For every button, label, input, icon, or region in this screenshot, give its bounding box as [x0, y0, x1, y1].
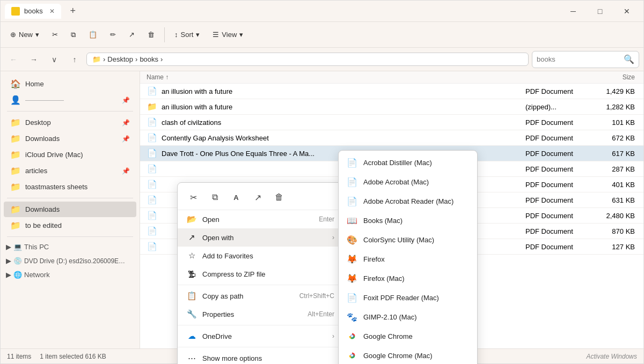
ctx-add-favorites[interactable]: ☆ Add to Favorites: [178, 247, 343, 265]
ctx-copy-button[interactable]: ⧉: [206, 188, 224, 206]
pdf-icon: 📄: [147, 148, 157, 159]
pdf-icon: 📄: [147, 226, 157, 236]
copy-icon: ⧉: [71, 31, 76, 39]
breadcrumb[interactable]: 📁 › Desktop › books ›: [86, 53, 529, 66]
sort-button[interactable]: ↕ Sort ▾: [169, 27, 205, 42]
tab-close-button[interactable]: ✕: [49, 8, 55, 15]
ctx-cut-button[interactable]: ✂: [184, 188, 202, 206]
submenu-item-colorsync[interactable]: 🎨 ColorSync Utility (Mac): [339, 230, 477, 249]
submenu-item-acrobat-distiller[interactable]: 📄 Acrobat Distiller (Mac): [339, 153, 477, 172]
pin-icon-0: 📌: [122, 96, 130, 104]
search-icon[interactable]: 🔍: [624, 54, 634, 64]
ctx-open-with-arrow: ›: [332, 234, 334, 241]
gimp-icon: 🐾: [346, 311, 358, 323]
bc-books[interactable]: books: [140, 55, 158, 63]
sidebar-item-home[interactable]: 🏠 Home: [4, 76, 136, 92]
paste-button[interactable]: 📋: [83, 27, 103, 42]
ctx-open-with[interactable]: ↗ Open with ›: [178, 228, 343, 247]
ctx-copy-path[interactable]: 📋 Copy as path Ctrl+Shift+C: [178, 287, 343, 305]
back-button[interactable]: ←: [5, 51, 22, 68]
submenu-item-gimp[interactable]: 🐾 GIMP-2.10 (Mac): [339, 307, 477, 326]
submenu-adobe-reader-label: Adobe Acrobat Reader (Mac): [363, 197, 453, 205]
maximize-button[interactable]: □: [588, 3, 612, 20]
search-input[interactable]: [537, 55, 620, 63]
delete-button[interactable]: 🗑: [142, 27, 160, 42]
sidebar-item-downloads[interactable]: 📁 Downloads 📌: [4, 131, 136, 146]
pdf-icon: 📄: [147, 179, 157, 190]
ctx-rename-button[interactable]: A: [227, 188, 245, 206]
sidebar-item-icloud[interactable]: 📁 iCloud Drive (Mac): [4, 147, 136, 162]
sidebar-item-dvd[interactable]: ▶ 💿 DVD Drive (D:) esd2iso.206009E7-7799…: [2, 254, 138, 268]
submenu-item-chrome-mac[interactable]: Google Chrome (Mac): [339, 346, 477, 364]
file-name: an illusion with a future: [162, 87, 232, 95]
copy-button[interactable]: ⧉: [65, 27, 81, 42]
rename-button[interactable]: ✏: [105, 27, 121, 42]
ctx-delete-button[interactable]: 🗑: [270, 188, 288, 206]
compress-icon: 🗜: [186, 269, 197, 279]
sidebar-sep-1: [7, 111, 133, 112]
submenu-item-firefox[interactable]: 🦊 Firefox: [339, 249, 477, 269]
close-button[interactable]: ✕: [614, 3, 639, 20]
col-header-name[interactable]: Name ↑: [140, 73, 525, 81]
pdf-icon: 📄: [147, 164, 157, 174]
firefox-icon: 🦊: [346, 253, 358, 265]
copy-path-icon: 📋: [186, 291, 197, 301]
sidebar-desktop-label: Desktop: [25, 118, 51, 127]
submenu-item-foxit[interactable]: 📄 Foxit PDF Reader (Mac): [339, 288, 477, 307]
new-tab-button[interactable]: +: [65, 4, 80, 19]
ctx-open[interactable]: 📂 Open Enter: [178, 210, 343, 228]
ctx-show-more[interactable]: ⋯ Show more options: [178, 349, 343, 364]
share-button[interactable]: ↗: [123, 27, 140, 42]
ctx-properties[interactable]: 🔧 Properties Alt+Enter: [178, 305, 343, 323]
file-type: PDF Document: [525, 165, 590, 173]
submenu-item-books[interactable]: 📖 Books (Mac): [339, 211, 477, 230]
bc-desktop[interactable]: Desktop: [107, 55, 133, 63]
forward-button[interactable]: →: [25, 51, 42, 68]
file-row[interactable]: 📁an illusion with a future (zipped)... 1…: [140, 99, 643, 115]
ctx-compress-label: Compress to ZIP file: [202, 270, 266, 278]
view-label: View: [222, 31, 237, 39]
col-header-size[interactable]: Size: [590, 73, 643, 81]
sidebar-item-desktop[interactable]: 📁 Desktop 📌: [4, 115, 136, 130]
submenu-item-firefox-mac[interactable]: 🦊 Firefox (Mac): [339, 269, 477, 288]
chrome-mac-icon: [346, 350, 358, 361]
new-button[interactable]: ⊕ New ▾: [5, 27, 45, 42]
ctx-compress[interactable]: 🗜 Compress to ZIP file: [178, 265, 343, 283]
file-row[interactable]: 📄Contently Gap Analysis Worksheet PDF Do…: [140, 130, 643, 146]
recent-button[interactable]: ∨: [46, 51, 63, 68]
ctx-properties-shortcut: Alt+Enter: [308, 310, 334, 318]
search-box[interactable]: 🔍: [532, 51, 639, 68]
dvd-icon: 💿: [13, 257, 22, 265]
delete-icon: 🗑: [148, 31, 155, 39]
file-size: 617 KB: [590, 150, 643, 158]
foxit-icon: 📄: [346, 292, 358, 303]
sidebar-item-downloads-active[interactable]: 📁 Downloads: [4, 202, 136, 217]
sidebar-item-network[interactable]: ▶ 🌐 Network: [2, 268, 138, 281]
ctx-share-button[interactable]: ↗: [248, 188, 267, 206]
view-button[interactable]: ☰ View ▾: [207, 27, 248, 42]
addressbar: ← → ∨ ↑ 📁 › Desktop › books › 🔍: [1, 48, 643, 71]
file-row[interactable]: 📄an illusion with a future PDF Document …: [140, 84, 643, 99]
submenu-item-adobe-acrobat[interactable]: 📄 Adobe Acrobat (Mac): [339, 172, 477, 191]
window-controls: ─ □ ✕: [561, 3, 639, 20]
submenu-item-adobe-reader[interactable]: 📄 Adobe Acrobat Reader (Mac): [339, 191, 477, 211]
sidebar-home-label: Home: [25, 80, 44, 88]
tab-books[interactable]: books ✕: [5, 4, 61, 19]
cut-icon: ✂: [52, 31, 58, 39]
submenu-item-chrome[interactable]: Google Chrome: [339, 326, 477, 346]
minimize-button[interactable]: ─: [561, 3, 586, 20]
ctx-onedrive-label: OneDrive: [202, 332, 232, 340]
file-row[interactable]: 📄clash of civilzations PDF Document 101 …: [140, 115, 643, 130]
sidebar-item-articles[interactable]: 📁 articles 📌: [4, 163, 136, 179]
sidebar-item-user[interactable]: 👤 —————— 📌: [4, 92, 136, 108]
ctx-properties-label: Properties: [202, 310, 234, 318]
sidebar-item-this-pc[interactable]: ▶ 💻 This PC: [2, 240, 138, 254]
sidebar-item-to-be-edited[interactable]: 📁 to be edited: [4, 218, 136, 233]
ctx-onedrive[interactable]: ☁ OneDrive ›: [178, 327, 343, 345]
up-button[interactable]: ↑: [66, 51, 83, 68]
sidebar-item-toastmasters[interactable]: 📁 toastmasters sheets: [4, 179, 136, 195]
sidebar-to-be-edited-label: to be edited: [25, 221, 62, 229]
file-size: 1,282 KB: [590, 103, 643, 111]
cut-button[interactable]: ✂: [47, 27, 63, 42]
submenu-foxit-label: Foxit PDF Reader (Mac): [363, 294, 439, 302]
